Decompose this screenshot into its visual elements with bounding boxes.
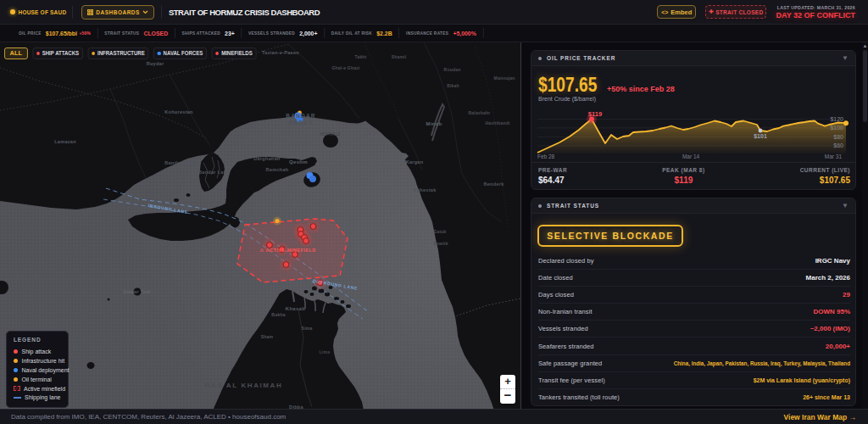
svg-text:Sima: Sima [302,326,313,331]
svg-text:Khasab: Khasab [286,306,306,311]
svg-text:Manoujan: Manoujan [494,75,515,81]
svg-text:$120: $120 [830,116,843,122]
svg-text:RAS AL KHAIMAH: RAS AL KHAIMAH [205,382,283,389]
svg-text:Tazian-e-Paeen: Tazian-e-Paeen [262,50,299,55]
svg-text:Balashahr: Balashahr [469,110,491,115]
svg-text:ABBAS: ABBAS [288,120,313,126]
svg-text:$101: $101 [754,133,767,140]
svg-text:Ramchah: Ramchah [266,167,289,172]
svg-text:$100: $100 [830,125,843,131]
svg-text:⚠ ACTIVE MINEFIELD: ⚠ ACTIVE MINEFIELD [259,248,316,253]
svg-text:Lima: Lima [320,349,330,354]
svg-text:Kuhestak: Kuhestak [413,187,437,192]
svg-text:Lamazan: Lamazan [54,139,76,144]
svg-text:Hashtbandi: Hashtbandi [485,120,510,126]
svg-text:Mar 31: Mar 31 [825,153,843,159]
svg-text:Sham: Sham [261,334,274,339]
svg-text:BANDAR: BANDAR [286,113,315,119]
svg-text:$60: $60 [833,142,843,148]
svg-text:Darghahan: Darghahan [253,156,281,161]
svg-text:Bandar Khomir: Bandar Khomir [164,160,202,165]
svg-text:Takht: Takht [355,54,367,59]
svg-text:Minab: Minab [426,121,442,126]
svg-text:HORMUZ: HORMUZ [320,131,341,137]
svg-text:Ruydar: Ruydar [147,61,164,66]
svg-text:$80: $80 [833,134,843,140]
svg-text:Mar 14: Mar 14 [682,153,700,159]
svg-text:Ghal-e Ghazi: Ghal-e Ghazi [332,65,360,70]
svg-text:$119: $119 [588,110,602,118]
svg-text:Feb 28: Feb 28 [537,153,555,159]
svg-text:Kohurestan: Kohurestan [164,109,193,114]
svg-text:Shamil: Shamil [392,54,407,59]
svg-text:Kargan: Kargan [406,159,424,165]
svg-text:Bandar Laft: Bandar Laft [198,170,227,175]
svg-text:Bikah: Bikah [447,83,459,88]
svg-text:Qeshm: Qeshm [289,159,308,165]
svg-text:Gatuk: Gatuk [433,229,446,234]
svg-text:Benderk: Benderk [483,181,504,187]
svg-text:Roudan: Roudan [444,67,461,72]
svg-text:Bukha: Bukha [271,312,285,317]
svg-text:Sowtik: Sowtik [433,241,448,246]
svg-text:Greater Tunb: Greater Tunb [124,289,151,294]
svg-text:Bandar Kong: Bandar Kong [64,226,91,232]
